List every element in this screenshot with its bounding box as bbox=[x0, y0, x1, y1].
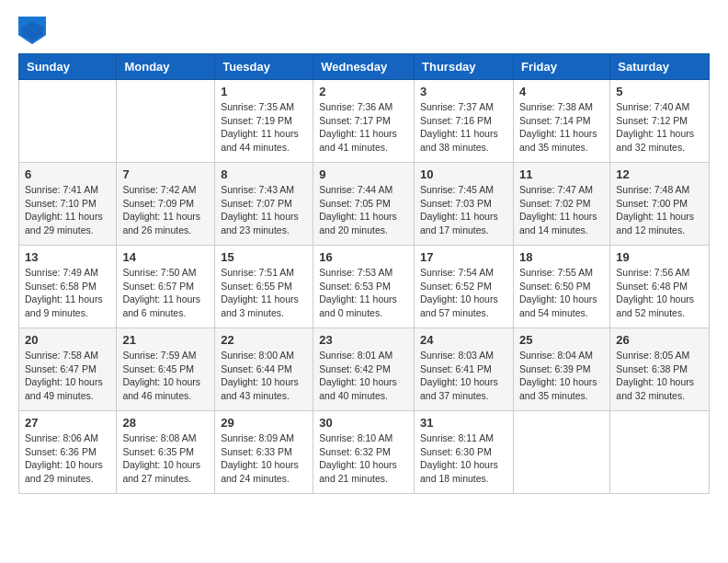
day-info: Sunrise: 7:56 AM Sunset: 6:48 PM Dayligh… bbox=[616, 266, 703, 320]
day-number: 20 bbox=[25, 333, 110, 347]
day-info: Sunrise: 7:55 AM Sunset: 6:50 PM Dayligh… bbox=[519, 266, 604, 320]
calendar-cell: 10Sunrise: 7:45 AM Sunset: 7:03 PM Dayli… bbox=[415, 163, 514, 246]
calendar-cell: 24Sunrise: 8:03 AM Sunset: 6:41 PM Dayli… bbox=[415, 328, 514, 411]
calendar-cell: 28Sunrise: 8:08 AM Sunset: 6:35 PM Dayli… bbox=[117, 411, 215, 494]
day-info: Sunrise: 8:11 AM Sunset: 6:30 PM Dayligh… bbox=[420, 431, 507, 486]
day-info: Sunrise: 7:40 AM Sunset: 7:12 PM Dayligh… bbox=[616, 100, 703, 155]
day-info: Sunrise: 7:58 AM Sunset: 6:47 PM Dayligh… bbox=[25, 349, 110, 403]
calendar-cell: 2Sunrise: 7:36 AM Sunset: 7:17 PM Daylig… bbox=[313, 80, 415, 163]
day-info: Sunrise: 8:01 AM Sunset: 6:42 PM Dayligh… bbox=[319, 349, 408, 403]
page: SundayMondayTuesdayWednesdayThursdayFrid… bbox=[0, 0, 728, 512]
calendar-cell bbox=[610, 411, 710, 494]
calendar-cell: 20Sunrise: 7:58 AM Sunset: 6:47 PM Dayli… bbox=[19, 328, 117, 411]
calendar-cell bbox=[19, 80, 117, 163]
day-number: 7 bbox=[122, 167, 209, 181]
logo bbox=[18, 17, 50, 44]
calendar-cell: 8Sunrise: 7:43 AM Sunset: 7:07 PM Daylig… bbox=[215, 163, 313, 246]
calendar-cell: 26Sunrise: 8:05 AM Sunset: 6:38 PM Dayli… bbox=[610, 328, 710, 411]
day-info: Sunrise: 7:59 AM Sunset: 6:45 PM Dayligh… bbox=[122, 349, 209, 403]
calendar-week-row: 20Sunrise: 7:58 AM Sunset: 6:47 PM Dayli… bbox=[19, 328, 710, 411]
day-info: Sunrise: 7:51 AM Sunset: 6:55 PM Dayligh… bbox=[221, 266, 307, 320]
calendar-cell: 1Sunrise: 7:35 AM Sunset: 7:19 PM Daylig… bbox=[215, 80, 313, 163]
day-number: 23 bbox=[319, 333, 408, 347]
day-info: Sunrise: 8:06 AM Sunset: 6:36 PM Dayligh… bbox=[25, 431, 110, 486]
calendar-week-row: 27Sunrise: 8:06 AM Sunset: 6:36 PM Dayli… bbox=[19, 411, 710, 494]
calendar-cell: 5Sunrise: 7:40 AM Sunset: 7:12 PM Daylig… bbox=[610, 80, 710, 163]
day-info: Sunrise: 7:42 AM Sunset: 7:09 PM Dayligh… bbox=[122, 183, 209, 237]
day-number: 22 bbox=[221, 333, 307, 347]
calendar-cell: 18Sunrise: 7:55 AM Sunset: 6:50 PM Dayli… bbox=[513, 246, 609, 328]
day-number: 16 bbox=[319, 250, 408, 264]
day-of-week-header: Thursday bbox=[415, 54, 514, 80]
day-number: 9 bbox=[319, 167, 408, 181]
day-number: 24 bbox=[420, 333, 507, 347]
day-number: 8 bbox=[221, 167, 307, 181]
day-number: 26 bbox=[616, 333, 703, 347]
day-number: 14 bbox=[122, 250, 209, 264]
day-of-week-header: Monday bbox=[117, 54, 215, 80]
calendar-cell: 16Sunrise: 7:53 AM Sunset: 6:53 PM Dayli… bbox=[313, 246, 415, 328]
day-info: Sunrise: 7:48 AM Sunset: 7:00 PM Dayligh… bbox=[616, 183, 703, 237]
calendar-cell: 30Sunrise: 8:10 AM Sunset: 6:32 PM Dayli… bbox=[313, 411, 415, 494]
day-info: Sunrise: 7:38 AM Sunset: 7:14 PM Dayligh… bbox=[519, 100, 604, 155]
day-info: Sunrise: 8:08 AM Sunset: 6:35 PM Dayligh… bbox=[122, 431, 209, 486]
day-info: Sunrise: 7:49 AM Sunset: 6:58 PM Dayligh… bbox=[25, 266, 110, 320]
calendar-cell: 19Sunrise: 7:56 AM Sunset: 6:48 PM Dayli… bbox=[610, 246, 710, 328]
day-info: Sunrise: 7:50 AM Sunset: 6:57 PM Dayligh… bbox=[122, 266, 209, 320]
calendar-header-row: SundayMondayTuesdayWednesdayThursdayFrid… bbox=[19, 54, 710, 80]
calendar-cell: 13Sunrise: 7:49 AM Sunset: 6:58 PM Dayli… bbox=[19, 246, 117, 328]
calendar-cell: 27Sunrise: 8:06 AM Sunset: 6:36 PM Dayli… bbox=[19, 411, 117, 494]
day-of-week-header: Wednesday bbox=[313, 54, 415, 80]
day-of-week-header: Tuesday bbox=[215, 54, 313, 80]
day-number: 28 bbox=[122, 416, 209, 430]
day-info: Sunrise: 8:04 AM Sunset: 6:39 PM Dayligh… bbox=[519, 349, 604, 403]
day-number: 21 bbox=[122, 333, 209, 347]
day-info: Sunrise: 7:53 AM Sunset: 6:53 PM Dayligh… bbox=[319, 266, 408, 320]
calendar-cell: 29Sunrise: 8:09 AM Sunset: 6:33 PM Dayli… bbox=[215, 411, 313, 494]
day-number: 6 bbox=[25, 167, 110, 181]
calendar-cell: 23Sunrise: 8:01 AM Sunset: 6:42 PM Dayli… bbox=[313, 328, 415, 411]
day-number: 27 bbox=[25, 416, 110, 430]
calendar-cell bbox=[513, 411, 609, 494]
day-number: 17 bbox=[420, 250, 507, 264]
day-info: Sunrise: 7:44 AM Sunset: 7:05 PM Dayligh… bbox=[319, 183, 408, 237]
calendar-week-row: 13Sunrise: 7:49 AM Sunset: 6:58 PM Dayli… bbox=[19, 246, 710, 328]
calendar-cell: 15Sunrise: 7:51 AM Sunset: 6:55 PM Dayli… bbox=[215, 246, 313, 328]
day-info: Sunrise: 7:43 AM Sunset: 7:07 PM Dayligh… bbox=[221, 183, 307, 237]
day-number: 1 bbox=[221, 85, 307, 98]
day-info: Sunrise: 8:09 AM Sunset: 6:33 PM Dayligh… bbox=[221, 431, 307, 486]
day-number: 18 bbox=[519, 250, 604, 264]
calendar-cell: 22Sunrise: 8:00 AM Sunset: 6:44 PM Dayli… bbox=[215, 328, 313, 411]
day-of-week-header: Friday bbox=[513, 54, 609, 80]
calendar-cell: 14Sunrise: 7:50 AM Sunset: 6:57 PM Dayli… bbox=[117, 246, 215, 328]
calendar-table: SundayMondayTuesdayWednesdayThursdayFrid… bbox=[18, 53, 710, 494]
calendar-cell bbox=[117, 80, 215, 163]
calendar-cell: 7Sunrise: 7:42 AM Sunset: 7:09 PM Daylig… bbox=[117, 163, 215, 246]
calendar-week-row: 1Sunrise: 7:35 AM Sunset: 7:19 PM Daylig… bbox=[19, 80, 710, 163]
day-number: 30 bbox=[319, 416, 408, 430]
day-of-week-header: Saturday bbox=[610, 54, 710, 80]
calendar-cell: 9Sunrise: 7:44 AM Sunset: 7:05 PM Daylig… bbox=[313, 163, 415, 246]
calendar-cell: 25Sunrise: 8:04 AM Sunset: 6:39 PM Dayli… bbox=[513, 328, 609, 411]
day-info: Sunrise: 7:36 AM Sunset: 7:17 PM Dayligh… bbox=[319, 100, 408, 155]
calendar-cell: 31Sunrise: 8:11 AM Sunset: 6:30 PM Dayli… bbox=[415, 411, 514, 494]
day-number: 13 bbox=[25, 250, 110, 264]
calendar-cell: 12Sunrise: 7:48 AM Sunset: 7:00 PM Dayli… bbox=[610, 163, 710, 246]
calendar-cell: 4Sunrise: 7:38 AM Sunset: 7:14 PM Daylig… bbox=[513, 80, 609, 163]
day-number: 11 bbox=[519, 167, 604, 181]
day-number: 5 bbox=[616, 85, 703, 98]
day-info: Sunrise: 7:37 AM Sunset: 7:16 PM Dayligh… bbox=[420, 100, 507, 155]
day-number: 3 bbox=[420, 85, 507, 98]
day-number: 29 bbox=[221, 416, 307, 430]
calendar-cell: 17Sunrise: 7:54 AM Sunset: 6:52 PM Dayli… bbox=[415, 246, 514, 328]
day-info: Sunrise: 7:35 AM Sunset: 7:19 PM Dayligh… bbox=[221, 100, 307, 155]
day-number: 15 bbox=[221, 250, 307, 264]
day-number: 2 bbox=[319, 85, 408, 98]
header bbox=[18, 9, 710, 44]
calendar-cell: 6Sunrise: 7:41 AM Sunset: 7:10 PM Daylig… bbox=[19, 163, 117, 246]
day-number: 25 bbox=[519, 333, 604, 347]
day-info: Sunrise: 7:41 AM Sunset: 7:10 PM Dayligh… bbox=[25, 183, 110, 237]
day-number: 4 bbox=[519, 85, 604, 98]
logo-icon bbox=[18, 17, 46, 44]
day-info: Sunrise: 8:00 AM Sunset: 6:44 PM Dayligh… bbox=[221, 349, 307, 403]
